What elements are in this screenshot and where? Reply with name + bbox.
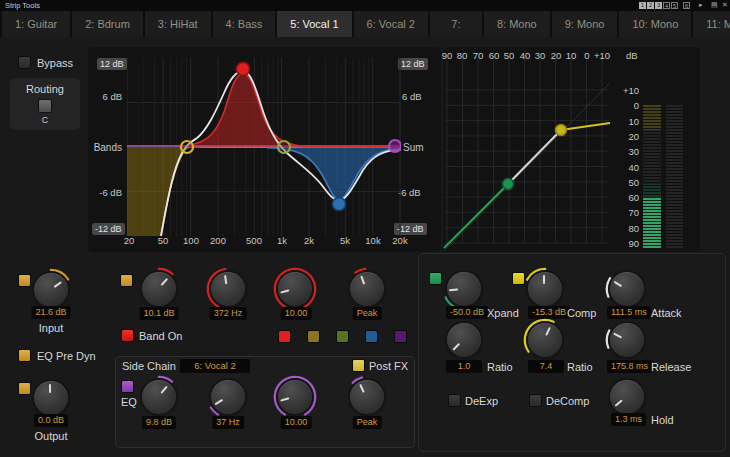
preset-button-2[interactable]: 2 [647, 2, 654, 9]
side-chain-gain-value[interactable]: 9.8 dB [142, 416, 176, 429]
preset-button-3[interactable]: 3 [655, 2, 662, 9]
eq-right-top-badge: 12 dB [398, 58, 428, 70]
tab-4-bass[interactable]: 4: Bass [213, 11, 276, 37]
band-on-label: Band On [139, 330, 182, 342]
band-freq-value[interactable]: 372 Hz [210, 307, 247, 320]
compressor-threshold-handle[interactable] [556, 125, 567, 136]
tab-3-hihat[interactable]: 3: HiHat [145, 11, 211, 37]
side-chain-gain-knob[interactable] [136, 374, 182, 420]
preset-button-5[interactable]: 5 [671, 2, 678, 9]
channel-tab-bar: 1: Guitar 2: Bdrum 3: HiHat 4: Bass 5: V… [0, 11, 730, 37]
eq-bands-label: Bands [90, 142, 122, 153]
input-value[interactable]: 21.6 dB [31, 306, 70, 319]
band-q-knob[interactable] [272, 266, 318, 312]
eq-handle-purple[interactable] [389, 140, 401, 152]
band-gain-knob[interactable] [136, 266, 182, 312]
strip-tools-window: Strip Tools 1 2 3 4 5 6 ▸ ▤ ✕ 1: Guitar … [0, 0, 730, 457]
side-chain-q-value[interactable]: 10.00 [281, 416, 312, 429]
eq-handle-blue[interactable] [333, 198, 346, 211]
xpand-ratio-value[interactable]: 1.0 [446, 360, 482, 373]
side-chain-source-dropdown[interactable]: 6: Vocal 2 [180, 359, 250, 373]
eq-freq-tick: 10k [365, 235, 380, 246]
band-gain-value[interactable]: 10.1 dB [139, 307, 178, 320]
eq-freq-tick: 200 [210, 235, 226, 246]
decomp-checkbox[interactable] [529, 394, 542, 407]
tab-9-mono[interactable]: 9: Mono [552, 11, 618, 37]
deexp-checkbox[interactable] [448, 394, 461, 407]
band-swatch-red[interactable] [278, 330, 291, 343]
band-swatch-olive[interactable] [336, 330, 349, 343]
tab-10-mono[interactable]: 10: Mono [619, 11, 691, 37]
eq-freq-tick: 50 [158, 235, 169, 246]
band-swatch-blue[interactable] [365, 330, 378, 343]
post-fx-label: Post FX [369, 360, 408, 372]
bypass-label: Bypass [37, 57, 73, 69]
hold-value[interactable]: 1.3 ms [611, 413, 646, 426]
decomp-label: DeComp [546, 395, 589, 407]
routing-panel: Routing C [10, 78, 80, 130]
band-enable-checkbox[interactable] [120, 274, 133, 287]
linear-segment [508, 130, 561, 184]
close-icon[interactable]: ✕ [722, 1, 728, 9]
side-chain-freq-knob[interactable] [205, 374, 251, 420]
xpand-ratio-knob[interactable] [441, 317, 487, 363]
routing-button[interactable] [38, 99, 52, 113]
level-meter-left [643, 105, 661, 248]
side-chain-type-value[interactable]: Peak [353, 416, 382, 429]
dynamics-plot [443, 47, 700, 252]
eq-left-bottom-badge: -12 dB [92, 223, 125, 235]
side-chain-eq-checkbox[interactable] [121, 380, 134, 393]
preset-button-1[interactable]: 1 [639, 2, 646, 9]
preset-button-4[interactable]: 4 [663, 2, 670, 9]
preset-button-6[interactable]: 6 [683, 2, 690, 9]
dyn-right-tick: 0 [610, 100, 639, 111]
tab-11-mono[interactable]: 11: Mono [693, 11, 730, 37]
band-on-checkbox[interactable] [121, 329, 134, 342]
post-fx-checkbox[interactable] [352, 359, 365, 372]
side-chain-q-knob[interactable] [272, 374, 318, 420]
eq-handle-yellow[interactable] [181, 141, 193, 153]
dyn-right-tick: +10 [610, 85, 639, 96]
dyn-top-tick: 60 [489, 50, 500, 61]
shade-icon[interactable]: ▤ [711, 1, 718, 9]
routing-label: Routing [10, 83, 80, 95]
release-value[interactable]: 175.8 ms [607, 360, 652, 373]
dyn-top-tick: +10 [594, 50, 610, 61]
output-label: Output [34, 430, 67, 442]
dyn-right-tick: 70 [610, 207, 639, 218]
side-chain-title: Side Chain [122, 360, 176, 372]
eq-handle-red[interactable] [237, 63, 250, 76]
comp-ratio-value[interactable]: 7.4 [528, 360, 564, 373]
band-type-knob[interactable] [344, 266, 390, 312]
hold-label: Hold [651, 414, 674, 426]
band-freq-knob[interactable] [205, 266, 251, 312]
dyn-top-tick: 0 [584, 50, 589, 61]
tab-1-guitar[interactable]: 1: Guitar [2, 11, 70, 37]
eq-pre-dyn-checkbox[interactable] [18, 349, 31, 362]
tab-6-vocal2[interactable]: 6: Vocal 2 [354, 11, 428, 37]
expander-threshold-handle[interactable] [503, 179, 514, 190]
dyn-top-tick: 90 [442, 50, 453, 61]
bypass-checkbox[interactable] [18, 56, 31, 69]
release-knob[interactable] [604, 317, 650, 363]
dyn-top-tick: 10 [566, 50, 577, 61]
tab-8-mono[interactable]: 8: Mono [484, 11, 550, 37]
band-q-value[interactable]: 10.00 [281, 307, 312, 320]
band-swatch-purple[interactable] [394, 330, 407, 343]
eq-pre-dyn-label: EQ Pre Dyn [37, 350, 96, 362]
pin-icon[interactable]: ▸ [699, 1, 703, 9]
eq-handle-olive[interactable] [278, 141, 290, 153]
side-chain-type-knob[interactable] [344, 374, 390, 420]
tab-5-vocal1[interactable]: 5: Vocal 1 [277, 11, 351, 37]
eq-left-minus6: -6 dB [88, 187, 122, 198]
xpand-ratio-label: Ratio [487, 361, 513, 373]
side-chain-freq-value[interactable]: 37 Hz [212, 416, 244, 429]
dyn-top-tick: 70 [473, 50, 484, 61]
band-type-value[interactable]: Peak [353, 307, 382, 320]
band-swatch-yellow[interactable] [307, 330, 320, 343]
output-value[interactable]: 0.0 dB [34, 414, 68, 427]
tab-2-bdrum[interactable]: 2: Bdrum [72, 11, 143, 37]
comp-ratio-knob[interactable] [522, 317, 568, 363]
tab-7[interactable]: 7: [430, 11, 482, 37]
input-label: Input [39, 322, 63, 334]
